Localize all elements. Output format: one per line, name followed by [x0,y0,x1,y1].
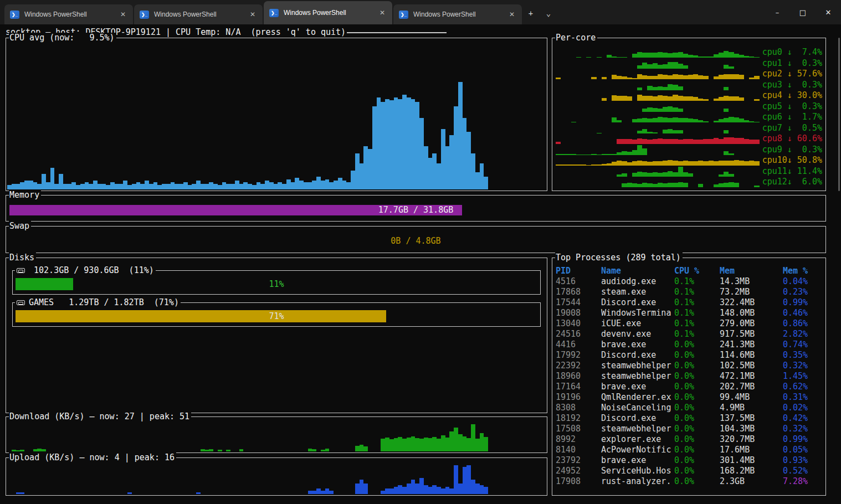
core-spark-bar [683,96,688,101]
core-spark-bar [637,74,642,79]
core-spark-bar [678,52,683,58]
core-spark-bar [739,138,744,144]
minimize-button[interactable]: – [765,0,790,24]
cpu-avg-bar [102,184,106,189]
disk-c-usage: 102.3GB / 930.6GB (11%) [29,265,154,275]
core-spark-bar [653,96,658,101]
tab-close-icon[interactable]: ✕ [507,11,516,18]
process-cpu-pct: 0.0% [674,403,720,413]
process-mem: 14.3MB [720,276,783,287]
core-spark-bar [673,62,678,69]
core-sparkline-cpu2 [556,69,760,79]
core-spark-bar [612,95,617,101]
process-column-header: Mem % [783,266,824,276]
core-spark-bar [719,161,724,166]
process-name: iCUE.exe [601,318,674,329]
tab-windows-powershell[interactable]: ❯_Windows PowerShell✕ [264,1,392,24]
process-name: steamwebhelper [601,371,674,382]
core-spark-bar [688,75,693,79]
download-bar [33,449,38,451]
cpu-avg-bar [42,174,46,189]
tab-close-icon[interactable]: ✕ [248,11,257,18]
cpu-avg-bar [157,185,162,189]
core-spark-bar [647,64,652,69]
process-name: devenv.exe [601,329,674,340]
download-bar [407,438,411,451]
cpu-avg-bar [243,182,248,189]
core-spark-bar [714,161,719,166]
tab-close-icon[interactable]: ✕ [119,11,127,18]
core-spark-bar [754,76,759,79]
core-spark-bar [754,161,759,166]
cpu-avg-bar [360,163,364,189]
core-spark-bar [663,75,668,79]
new-tab-button[interactable]: + [522,4,540,22]
disk-c-box: 102.3GB / 930.6GB (11%) 11% [12,270,541,295]
core-spark-bar [678,167,683,176]
cpu-avg-bar [230,184,235,189]
cpu-avg-bar [179,184,183,189]
process-cpu-pct: 0.0% [674,466,720,476]
process-pid: 18960 [556,371,601,382]
process-pid: 17164 [556,382,601,392]
tab-windows-powershell[interactable]: ❯_Windows PowerShell✕ [4,4,133,24]
cpu-avg-bar [183,182,188,189]
process-pid: 13040 [556,318,601,329]
process-pid: 8992 [556,434,601,445]
swap-title: Swap [9,221,31,231]
tab-windows-powershell[interactable]: ❯_Windows PowerShell✕ [134,4,263,24]
cpu-avg-bar [463,118,467,190]
core-spark-bar [663,130,668,133]
core-spark-bar [749,140,754,144]
cpu-avg-bar [368,149,372,189]
cpu-avg-bar [363,146,368,189]
core-spark-bar [683,75,688,79]
tab-close-icon[interactable]: ✕ [378,9,387,17]
core-spark-bar [632,183,637,187]
cpu-avg-bar [149,184,153,189]
core-spark-bar [724,65,729,69]
close-button[interactable]: ✕ [816,0,841,24]
core-spark-bar [678,86,683,90]
process-cpu-pct: 0.0% [674,434,720,445]
core-spark-bar [678,140,683,144]
cpu-avg-bar [291,182,295,189]
core-spark-bar [627,183,632,187]
process-mem-pct: 0.35% [783,350,824,361]
upload-bar [415,484,419,495]
upload-bar [394,487,398,494]
download-bar [201,449,205,451]
process-name: Discord.exe [601,350,674,361]
core-spark-bar [632,161,637,166]
process-pid: 19008 [556,308,601,318]
core-spark-bar [658,173,663,177]
tab-dropdown-button[interactable]: ⌄ [540,4,557,22]
core-spark-bar [658,86,663,90]
cpu-avg-bar [252,185,257,189]
maximize-button[interactable]: □ [790,0,816,24]
core-spark-bar [673,107,678,112]
core-spark-bar [724,118,729,122]
terminal-scrollbar-thumb[interactable] [838,38,840,191]
core-sparkline-cpu8 [556,133,760,144]
cpu-avg-bar [54,184,59,189]
process-mem-pct: 0.04% [783,276,824,287]
upload-bar [463,467,467,494]
core-label-cpu5: cpu5 ↓ 0.3% [760,101,823,112]
process-mem-pct: 0.05% [783,445,824,455]
cpu-avg-bar [269,182,274,189]
upload-bar [458,484,463,495]
process-mem-pct: 0.23% [783,287,824,297]
tab-windows-powershell[interactable]: ❯_Windows PowerShell✕ [393,4,522,24]
core-row-cpu12: cpu12↓ 6.0% [556,177,823,187]
core-spark-bar [668,171,673,176]
process-mem-pct: 0.52% [783,466,824,476]
core-spark-bar [729,74,734,79]
cpu-avg-bar [76,185,80,189]
core-row-cpu4: cpu4 ↓ 30.0% [556,90,823,101]
core-spark-bar [678,118,683,122]
core-spark-bar [744,120,749,122]
download-bar [449,431,454,452]
cpu-avg-chart [7,46,546,189]
process-column-header: CPU % [674,266,720,276]
